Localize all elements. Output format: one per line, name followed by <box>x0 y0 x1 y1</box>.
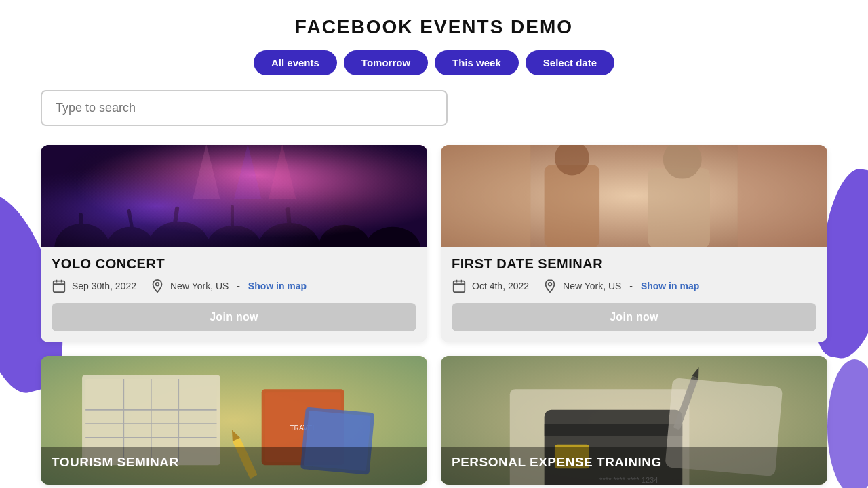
svg-marker-15 <box>193 145 220 199</box>
svg-rect-1 <box>41 145 427 247</box>
location-icon <box>150 279 165 293</box>
svg-rect-11 <box>127 209 134 228</box>
filter-this-week[interactable]: This week <box>435 50 519 75</box>
svg-rect-10 <box>79 213 83 230</box>
svg-rect-24 <box>545 165 599 247</box>
event-card-first-date: FIRST DATE SEMINAR Oct 4th, 2022 <box>441 145 827 342</box>
event-card-expense: **** **** **** 1234 PERSONAL EXPENSE TRA… <box>441 356 827 485</box>
concert-svg <box>41 145 427 247</box>
svg-rect-26 <box>648 168 710 247</box>
event-date-date: Oct 4th, 2022 <box>452 279 529 293</box>
event-meta-date: Oct 4th, 2022 New York, US - Show in map <box>452 279 816 293</box>
location-icon-2 <box>542 279 557 293</box>
svg-point-22 <box>156 283 159 286</box>
event-image-tourism: TRAVEL TOURISM SEMINAR <box>41 356 427 485</box>
event-bottom-title-expense: PERSONAL EXPENSE TRAINING <box>441 447 827 485</box>
event-location-text-date: New York, US <box>563 281 621 291</box>
svg-point-4 <box>106 227 155 247</box>
events-grid: YOLO CONCERT Sep 30th, 2022 <box>41 145 827 485</box>
event-card-yolo-concert: YOLO CONCERT Sep 30th, 2022 <box>41 145 427 342</box>
event-title-date: FIRST DATE SEMINAR <box>452 256 816 272</box>
join-button-concert[interactable]: Join now <box>52 303 416 331</box>
svg-rect-30 <box>454 281 465 293</box>
svg-rect-14 <box>285 207 292 227</box>
event-image-date <box>441 145 827 247</box>
filter-tomorrow[interactable]: Tomorrow <box>344 50 428 75</box>
event-location-separator-2: - <box>627 281 635 291</box>
svg-point-9 <box>365 227 420 247</box>
filter-all-events[interactable]: All events <box>254 50 337 75</box>
calendar-icon <box>52 279 66 293</box>
svg-rect-13 <box>231 205 234 227</box>
svg-marker-16 <box>234 145 262 199</box>
svg-point-6 <box>206 226 261 247</box>
show-map-link-date[interactable]: Show in map <box>641 281 699 291</box>
search-input[interactable] <box>41 90 448 126</box>
svg-point-5 <box>148 222 210 247</box>
page-title: FACEBOOK EVENTS DEMO <box>41 16 827 38</box>
svg-point-7 <box>258 223 321 247</box>
svg-rect-12 <box>172 206 179 227</box>
date-svg <box>441 145 827 247</box>
event-date-concert: Sep 30th, 2022 <box>52 279 136 293</box>
event-title-expense: PERSONAL EXPENSE TRAINING <box>452 455 816 470</box>
event-date-text-date: Oct 4th, 2022 <box>472 281 529 291</box>
event-title-concert: YOLO CONCERT <box>52 256 416 272</box>
svg-marker-17 <box>269 145 296 199</box>
event-bottom-title-tourism: TOURISM SEMINAR <box>41 447 427 485</box>
event-card-body-concert: YOLO CONCERT Sep 30th, 2022 <box>41 247 427 342</box>
event-card-body-date: FIRST DATE SEMINAR Oct 4th, 2022 <box>441 247 827 342</box>
event-image-expense: **** **** **** 1234 PERSONAL EXPENSE TRA… <box>441 356 827 485</box>
event-location-concert: New York, US - Show in map <box>150 279 307 293</box>
svg-point-8 <box>318 225 370 247</box>
event-image-concert <box>41 145 427 247</box>
calendar-icon-2 <box>452 279 467 293</box>
filter-bar: All events Tomorrow This week Select dat… <box>41 50 827 75</box>
event-date-text-concert: Sep 30th, 2022 <box>72 281 136 291</box>
svg-rect-54 <box>545 424 683 436</box>
event-title-tourism: TOURISM SEMINAR <box>52 455 416 470</box>
event-card-tourism: TRAVEL TOURISM SEMINAR <box>41 356 427 485</box>
join-button-date[interactable]: Join now <box>452 303 816 331</box>
svg-rect-18 <box>54 281 65 293</box>
show-map-link-concert[interactable]: Show in map <box>248 281 307 291</box>
event-location-separator: - <box>234 281 242 291</box>
svg-point-34 <box>549 283 552 286</box>
event-meta-concert: Sep 30th, 2022 New York, US - Show in ma… <box>52 279 416 293</box>
svg-point-3 <box>54 224 109 247</box>
event-location-text-concert: New York, US <box>170 281 229 291</box>
svg-rect-2 <box>41 145 427 247</box>
svg-rect-29 <box>738 145 827 247</box>
svg-rect-28 <box>441 145 530 247</box>
svg-rect-0 <box>41 145 427 247</box>
filter-select-date[interactable]: Select date <box>526 50 614 75</box>
search-wrapper <box>41 90 827 126</box>
event-location-date: New York, US - Show in map <box>542 279 699 293</box>
